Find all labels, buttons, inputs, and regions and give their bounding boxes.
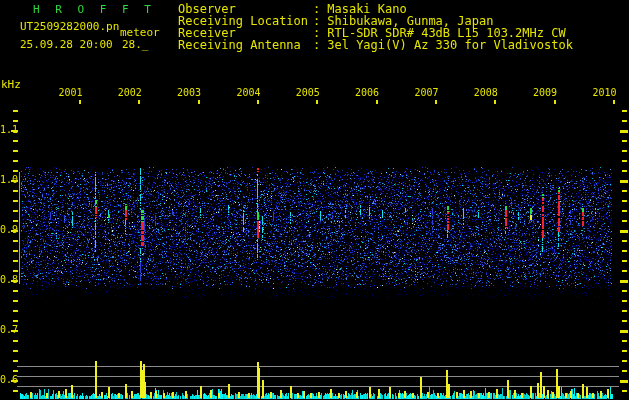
info-separator: : <box>313 39 320 51</box>
hrofft-screen: H R O F F T UT2509282000.pn meteor 25.09… <box>0 0 629 400</box>
time-tick-label: 2005 <box>290 87 320 98</box>
observer-info-block: Observer:Masaki KanoReceiving Location:S… <box>178 3 573 51</box>
capture-filename: UT2509282000.pn <box>20 21 119 32</box>
count-label: 28._ <box>122 39 149 50</box>
time-tick-label: 2007 <box>408 87 438 98</box>
time-tick-label: 2008 <box>468 87 498 98</box>
freq-tick-label: 0.9 <box>0 224 16 235</box>
time-tick-label: 2004 <box>230 87 260 98</box>
time-tick-label: 2010 <box>586 87 616 98</box>
info-row: Receiving Antenna:3el Yagi(V) Az 330 for… <box>178 39 573 51</box>
app-title: H R O F F T <box>33 4 155 15</box>
freq-tick-label: 0.8 <box>0 274 16 285</box>
info-value: 3el Yagi(V) Az 330 for Vladivostok <box>327 39 573 51</box>
freq-tick-label: 0.6 <box>0 374 16 385</box>
time-tick-label: 2002 <box>112 87 142 98</box>
datetime-label: 25.09.28 20:00 <box>20 39 113 50</box>
freq-tick-label: 0.7 <box>0 324 16 335</box>
freq-tick-label: 1.0 <box>0 174 16 185</box>
freq-unit-label: kHz <box>1 79 21 90</box>
time-tick-label: 2001 <box>53 87 83 98</box>
time-tick-label: 2009 <box>527 87 557 98</box>
info-label: Receiving Antenna <box>178 39 313 51</box>
spectrogram-canvas <box>0 0 629 400</box>
time-tick-label: 2006 <box>349 87 379 98</box>
station-name: meteor <box>120 27 160 38</box>
time-tick-label: 2003 <box>171 87 201 98</box>
freq-tick-label: 1.1 <box>0 124 16 135</box>
